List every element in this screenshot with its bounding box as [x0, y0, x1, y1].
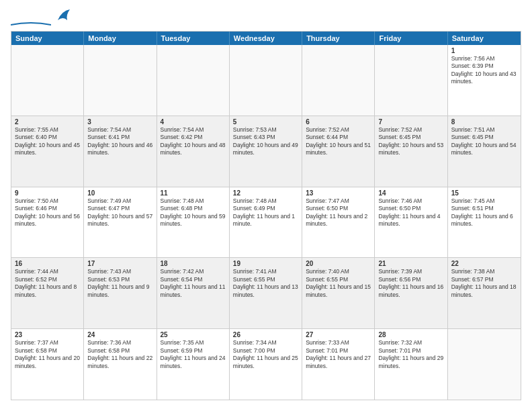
calendar-day-9: 9Sunrise: 7:50 AM Sunset: 6:46 PM Daylig… — [11, 187, 84, 258]
calendar-week-3: 9Sunrise: 7:50 AM Sunset: 6:46 PM Daylig… — [11, 187, 521, 259]
day-info: Sunrise: 7:36 AM Sunset: 6:58 PM Dayligh… — [87, 339, 152, 370]
day-info: Sunrise: 7:56 AM Sunset: 6:39 PM Dayligh… — [451, 55, 517, 86]
calendar-day-21: 21Sunrise: 7:39 AM Sunset: 6:56 PM Dayli… — [375, 258, 447, 328]
calendar-empty-cell — [11, 45, 84, 116]
day-number: 4 — [161, 118, 226, 126]
calendar-day-13: 13Sunrise: 7:47 AM Sunset: 6:50 PM Dayli… — [302, 187, 375, 258]
day-number: 6 — [306, 118, 371, 126]
day-info: Sunrise: 7:54 AM Sunset: 6:41 PM Dayligh… — [87, 126, 152, 157]
calendar-day-27: 27Sunrise: 7:33 AM Sunset: 7:01 PM Dayli… — [302, 329, 375, 400]
calendar-day-14: 14Sunrise: 7:46 AM Sunset: 6:50 PM Dayli… — [375, 187, 447, 258]
day-number: 24 — [87, 331, 152, 338]
header-day-monday: Monday — [84, 32, 157, 45]
day-info: Sunrise: 7:41 AM Sunset: 6:55 PM Dayligh… — [233, 268, 298, 299]
day-info: Sunrise: 7:52 AM Sunset: 6:44 PM Dayligh… — [306, 126, 371, 157]
day-number: 27 — [306, 331, 371, 338]
calendar-day-1: 1Sunrise: 7:56 AM Sunset: 6:39 PM Daylig… — [448, 45, 521, 116]
calendar-empty-cell — [230, 45, 302, 116]
calendar-empty-cell — [302, 45, 375, 116]
logo — [11, 11, 70, 26]
header — [11, 11, 521, 26]
day-info: Sunrise: 7:32 AM Sunset: 7:01 PM Dayligh… — [378, 339, 443, 370]
calendar-day-6: 6Sunrise: 7:52 AM Sunset: 6:44 PM Daylig… — [302, 116, 375, 187]
calendar-week-1: 1Sunrise: 7:56 AM Sunset: 6:39 PM Daylig… — [11, 45, 521, 116]
calendar-day-24: 24Sunrise: 7:36 AM Sunset: 6:58 PM Dayli… — [84, 329, 157, 400]
day-number: 10 — [87, 189, 152, 197]
header-day-friday: Friday — [375, 32, 447, 45]
calendar-day-5: 5Sunrise: 7:53 AM Sunset: 6:43 PM Daylig… — [230, 116, 302, 187]
day-info: Sunrise: 7:48 AM Sunset: 6:48 PM Dayligh… — [161, 197, 226, 228]
day-number: 19 — [233, 260, 298, 267]
calendar-day-23: 23Sunrise: 7:37 AM Sunset: 6:58 PM Dayli… — [11, 329, 84, 400]
header-day-saturday: Saturday — [448, 32, 521, 45]
day-number: 12 — [233, 189, 298, 197]
calendar-day-28: 28Sunrise: 7:32 AM Sunset: 7:01 PM Dayli… — [375, 329, 447, 400]
calendar-empty-cell — [84, 45, 157, 116]
day-info: Sunrise: 7:49 AM Sunset: 6:47 PM Dayligh… — [87, 197, 152, 228]
day-info: Sunrise: 7:35 AM Sunset: 6:59 PM Dayligh… — [161, 339, 226, 370]
day-info: Sunrise: 7:39 AM Sunset: 6:56 PM Dayligh… — [378, 268, 443, 299]
day-number: 13 — [306, 189, 371, 197]
calendar-day-19: 19Sunrise: 7:41 AM Sunset: 6:55 PM Dayli… — [230, 258, 302, 328]
day-info: Sunrise: 7:55 AM Sunset: 6:40 PM Dayligh… — [15, 126, 80, 157]
day-number: 2 — [15, 118, 80, 126]
calendar-day-15: 15Sunrise: 7:45 AM Sunset: 6:51 PM Dayli… — [448, 187, 521, 258]
day-number: 17 — [87, 260, 152, 267]
day-number: 23 — [15, 331, 80, 338]
day-info: Sunrise: 7:37 AM Sunset: 6:58 PM Dayligh… — [15, 339, 80, 370]
day-info: Sunrise: 7:51 AM Sunset: 6:45 PM Dayligh… — [451, 126, 517, 157]
day-info: Sunrise: 7:45 AM Sunset: 6:51 PM Dayligh… — [451, 197, 517, 228]
calendar-day-12: 12Sunrise: 7:48 AM Sunset: 6:49 PM Dayli… — [230, 187, 302, 258]
day-number: 15 — [451, 189, 517, 197]
day-info: Sunrise: 7:40 AM Sunset: 6:55 PM Dayligh… — [306, 268, 371, 299]
day-info: Sunrise: 7:48 AM Sunset: 6:49 PM Dayligh… — [233, 197, 298, 228]
calendar-body: 1Sunrise: 7:56 AM Sunset: 6:39 PM Daylig… — [11, 45, 521, 400]
calendar-day-20: 20Sunrise: 7:40 AM Sunset: 6:55 PM Dayli… — [302, 258, 375, 328]
day-info: Sunrise: 7:34 AM Sunset: 7:00 PM Dayligh… — [233, 339, 298, 370]
day-info: Sunrise: 7:33 AM Sunset: 7:01 PM Dayligh… — [306, 339, 371, 370]
calendar-week-5: 23Sunrise: 7:37 AM Sunset: 6:58 PM Dayli… — [11, 329, 521, 400]
logo-bird-icon — [52, 8, 70, 26]
header-day-wednesday: Wednesday — [230, 32, 302, 45]
day-info: Sunrise: 7:47 AM Sunset: 6:50 PM Dayligh… — [306, 197, 371, 228]
header-day-thursday: Thursday — [302, 32, 375, 45]
day-number: 14 — [378, 189, 443, 197]
calendar-day-16: 16Sunrise: 7:44 AM Sunset: 6:52 PM Dayli… — [11, 258, 84, 328]
day-number: 5 — [233, 118, 298, 126]
header-day-sunday: Sunday — [11, 32, 84, 45]
day-number: 22 — [451, 260, 517, 267]
day-info: Sunrise: 7:43 AM Sunset: 6:53 PM Dayligh… — [87, 268, 152, 299]
day-number: 25 — [161, 331, 226, 338]
day-number: 7 — [378, 118, 443, 126]
calendar-day-4: 4Sunrise: 7:54 AM Sunset: 6:42 PM Daylig… — [157, 116, 230, 187]
day-number: 28 — [378, 331, 443, 338]
calendar-day-25: 25Sunrise: 7:35 AM Sunset: 6:59 PM Dayli… — [157, 329, 230, 400]
day-number: 11 — [161, 189, 226, 197]
day-info: Sunrise: 7:54 AM Sunset: 6:42 PM Dayligh… — [161, 126, 226, 157]
day-number: 18 — [161, 260, 226, 267]
day-info: Sunrise: 7:44 AM Sunset: 6:52 PM Dayligh… — [15, 268, 80, 299]
calendar: SundayMondayTuesdayWednesdayThursdayFrid… — [11, 31, 521, 400]
day-number: 20 — [306, 260, 371, 267]
day-number: 16 — [15, 260, 80, 267]
day-number: 26 — [233, 331, 298, 338]
calendar-day-8: 8Sunrise: 7:51 AM Sunset: 6:45 PM Daylig… — [448, 116, 521, 187]
day-number: 9 — [15, 189, 80, 197]
header-day-tuesday: Tuesday — [157, 32, 230, 45]
calendar-week-4: 16Sunrise: 7:44 AM Sunset: 6:52 PM Dayli… — [11, 258, 521, 329]
day-number: 8 — [451, 118, 517, 126]
calendar-day-17: 17Sunrise: 7:43 AM Sunset: 6:53 PM Dayli… — [84, 258, 157, 328]
page: SundayMondayTuesdayWednesdayThursdayFrid… — [0, 0, 532, 411]
calendar-empty-cell — [448, 329, 521, 400]
calendar-day-2: 2Sunrise: 7:55 AM Sunset: 6:40 PM Daylig… — [11, 116, 84, 187]
day-info: Sunrise: 7:52 AM Sunset: 6:45 PM Dayligh… — [378, 126, 443, 157]
day-info: Sunrise: 7:38 AM Sunset: 6:57 PM Dayligh… — [451, 268, 517, 299]
calendar-day-26: 26Sunrise: 7:34 AM Sunset: 7:00 PM Dayli… — [230, 329, 302, 400]
calendar-day-3: 3Sunrise: 7:54 AM Sunset: 6:41 PM Daylig… — [84, 116, 157, 187]
calendar-week-2: 2Sunrise: 7:55 AM Sunset: 6:40 PM Daylig… — [11, 116, 521, 187]
day-info: Sunrise: 7:42 AM Sunset: 6:54 PM Dayligh… — [161, 268, 226, 299]
calendar-day-7: 7Sunrise: 7:52 AM Sunset: 6:45 PM Daylig… — [375, 116, 447, 187]
day-info: Sunrise: 7:53 AM Sunset: 6:43 PM Dayligh… — [233, 126, 298, 157]
day-number: 1 — [451, 47, 517, 54]
calendar-empty-cell — [375, 45, 447, 116]
